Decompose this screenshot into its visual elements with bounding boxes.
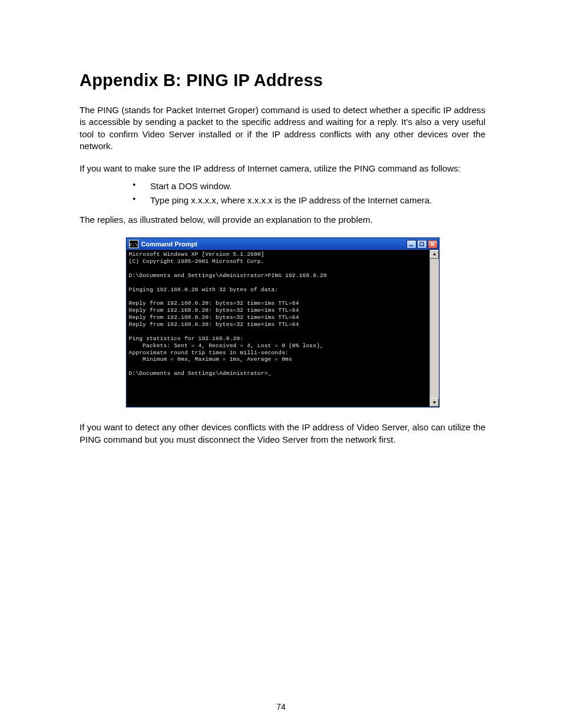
minimize-button[interactable]	[406, 240, 416, 249]
svg-rect-0	[409, 245, 413, 246]
command-prompt-window: c:\ Command Prompt Microsoft Windows XP …	[126, 238, 439, 407]
document-page: Appendix B: PING IP Address The PING (st…	[0, 0, 562, 728]
instruction-list: Start a DOS window. Type ping x.x.x.x, w…	[80, 179, 485, 207]
list-item: Start a DOS window.	[80, 179, 485, 193]
window-title: Command Prompt	[141, 241, 406, 248]
paragraph-intro: The PING (stands for Packet Internet Gro…	[80, 104, 485, 152]
page-number: 74	[0, 702, 562, 711]
list-item: Type ping x.x.x.x, where x.x.x.x is the …	[80, 193, 485, 207]
svg-rect-1	[420, 242, 424, 246]
scroll-down-button[interactable]	[430, 398, 439, 407]
scrollbar[interactable]	[429, 250, 439, 407]
page-heading: Appendix B: PING IP Address	[80, 71, 485, 90]
maximize-button[interactable]	[417, 240, 427, 249]
window-client-area: Microsoft Windows XP [Version 5.1.2600] …	[127, 250, 439, 407]
command-prompt-icon: c:\	[129, 240, 138, 248]
window-controls	[406, 240, 438, 249]
terminal-output: Microsoft Windows XP [Version 5.1.2600] …	[127, 250, 429, 407]
paragraph-instructions: If you want to make sure the IP address …	[80, 163, 485, 174]
paragraph-replies: The replies, as illustrated below, will …	[80, 215, 485, 225]
scroll-up-button[interactable]	[430, 250, 439, 259]
window-titlebar: c:\ Command Prompt	[127, 238, 439, 250]
close-button[interactable]	[428, 240, 438, 249]
scroll-track[interactable]	[430, 259, 439, 398]
command-prompt-figure: c:\ Command Prompt Microsoft Windows XP …	[80, 238, 485, 407]
paragraph-closing: If you want to detect any other devices …	[80, 421, 485, 446]
